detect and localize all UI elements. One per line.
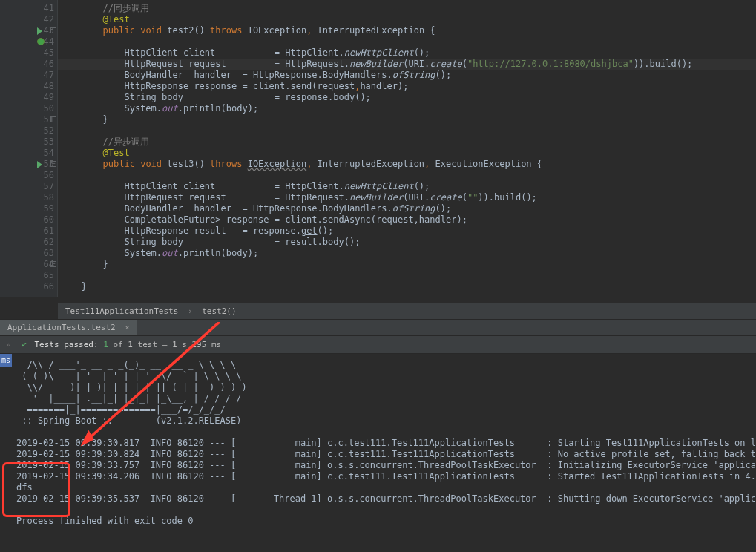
line-number: 52	[32, 125, 54, 137]
code-line[interactable]: //同步调用	[65, 3, 756, 14]
line-number: 48	[32, 81, 54, 92]
code-line[interactable]: System.out.println(body);	[65, 248, 756, 259]
line-number: 53	[32, 137, 54, 148]
line-number: 59	[32, 203, 54, 214]
line-number: 62	[32, 237, 54, 248]
run-test-icon[interactable]	[37, 161, 42, 168]
line-number: 58	[32, 192, 54, 203]
code-line[interactable]: BodyHandler handler = HttpResponse.BodyH…	[65, 70, 756, 81]
code-area[interactable]: //同步调用 @Test public void test2() throws …	[58, 0, 756, 297]
code-line[interactable]: }	[65, 281, 756, 292]
line-number: 60	[32, 214, 54, 226]
code-line[interactable]: HttpClient client = HttpClient.newHttpCl…	[65, 47, 756, 59]
test-status-bar: » ✔ Tests passed: 1 of 1 test – 1 s 295 …	[0, 336, 756, 354]
line-number: 49	[32, 92, 54, 103]
line-number: 47	[32, 70, 54, 81]
code-line[interactable]: String body = result.body();	[65, 237, 756, 248]
line-number: 57	[32, 181, 54, 192]
code-line[interactable]: }	[65, 114, 756, 125]
code-line[interactable]: CompletableFuture> response = client.sen…	[65, 214, 756, 226]
ms-gutter: ms	[0, 354, 12, 367]
fold-toggle-icon[interactable]	[50, 27, 56, 33]
tool-window-tabs: ApplicationTests.test2 ×	[0, 319, 756, 336]
breadcrumb[interactable]: Test111ApplicationTests › test2()	[58, 303, 756, 319]
code-editor[interactable]: 4142434445464748495051525354555657585960…	[0, 0, 756, 297]
code-line[interactable]: HttpResponse result = response.get();	[65, 226, 756, 237]
code-line[interactable]: //异步调用	[65, 137, 756, 148]
code-line[interactable]: @Test	[65, 14, 756, 25]
code-line[interactable]: @Test	[65, 148, 756, 159]
code-line[interactable]	[65, 170, 756, 181]
line-number: 65	[32, 270, 54, 281]
code-line[interactable]: BodyHandler handler = HttpResponse.BodyH…	[65, 203, 756, 214]
fold-toggle-icon[interactable]	[50, 161, 56, 167]
code-line[interactable]: System.out.println(body);	[65, 103, 756, 114]
breadcrumb-class[interactable]: Test111ApplicationTests	[65, 306, 178, 316]
chevron-right-icon: ›	[188, 306, 193, 316]
code-line[interactable]: HttpResponse response = client.send(requ…	[65, 81, 756, 92]
gutter: 4142434445464748495051525354555657585960…	[0, 0, 58, 297]
run-tab[interactable]: ApplicationTests.test2 ×	[0, 320, 137, 335]
code-line[interactable]: HttpClient client = HttpClient.newHttpCl…	[65, 181, 756, 192]
code-line[interactable]	[65, 36, 756, 47]
line-number: 61	[32, 226, 54, 237]
console-output[interactable]: /\\ / ___'_ __ _ _(_)_ __ __ _ \ \ \ \ (…	[12, 354, 756, 552]
total-count: of 1 test	[113, 340, 157, 349]
coverage-icon	[37, 38, 45, 45]
code-line[interactable]: public void test3() throws IOException, …	[65, 159, 756, 170]
fold-toggle-icon[interactable]	[50, 116, 56, 122]
run-tab-label: ApplicationTests.test2	[7, 323, 116, 332]
duration: – 1 s 295 ms	[162, 340, 221, 349]
line-number: 42	[32, 14, 54, 25]
run-test-icon[interactable]	[37, 27, 42, 35]
line-number: 45	[32, 47, 54, 59]
code-line[interactable]: String body = response.body();	[65, 92, 756, 103]
line-number: 41	[32, 3, 54, 14]
tests-passed-label: Tests passed:	[35, 340, 99, 349]
breadcrumb-method[interactable]: test2()	[202, 306, 236, 316]
line-number: 56	[32, 170, 54, 181]
chevron-icon[interactable]: »	[6, 340, 11, 349]
code-line[interactable]	[65, 125, 756, 137]
close-icon[interactable]: ×	[125, 323, 130, 332]
fold-toggle-icon[interactable]	[50, 261, 56, 267]
code-line[interactable]: public void test2() throws IOException, …	[65, 25, 756, 36]
line-number: 66	[32, 281, 54, 292]
code-line[interactable]: }	[65, 259, 756, 270]
line-number: 46	[32, 59, 54, 70]
code-line[interactable]	[65, 270, 756, 281]
check-icon: ✔	[22, 340, 27, 349]
line-number: 50	[32, 103, 54, 114]
code-line[interactable]: HttpRequest request = HttpRequest.newBui…	[58, 59, 756, 70]
line-number: 54	[32, 148, 54, 159]
passed-count: 1	[103, 340, 108, 349]
line-number: 63	[32, 248, 54, 259]
code-line[interactable]: HttpRequest request = HttpRequest.newBui…	[65, 192, 756, 203]
